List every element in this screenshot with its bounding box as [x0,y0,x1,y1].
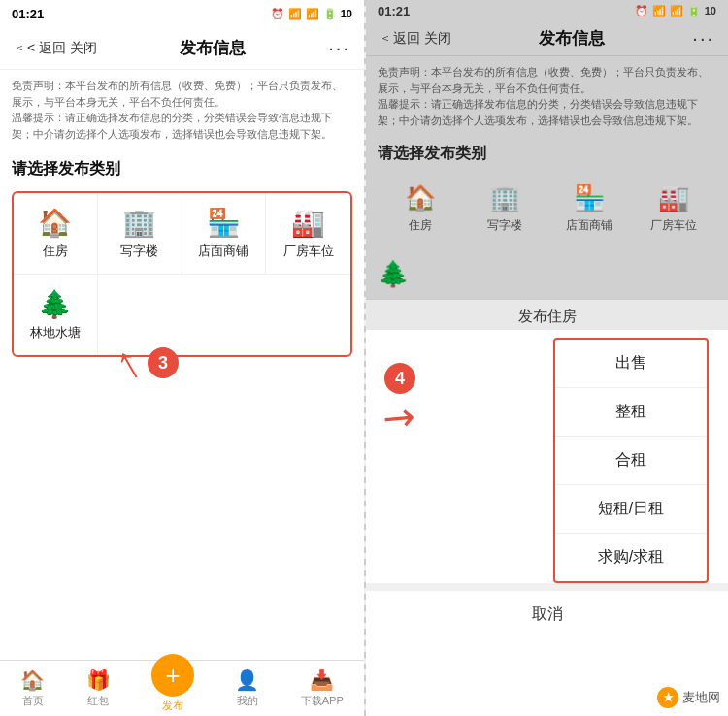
right-office-icon: 🏢 [489,183,520,213]
tab-redpacket[interactable]: 🎁 红包 [86,668,111,708]
shop-icon: 🏪 [207,207,241,239]
left-nav-bar: ＜ < 返回 关闭 发布信息 ··· [0,27,364,70]
signal1-icon: 📶 [288,8,302,20]
cancel-button[interactable]: 取消 [366,583,728,638]
right-factory-label: 厂房车位 [650,217,697,234]
office-icon: 🏢 [122,207,156,239]
right-signal2-icon: 📶 [670,5,683,17]
right-forest-row: 🌲 [366,249,728,299]
right-page-title: 发布信息 [539,27,605,49]
left-phone-panel: 01:21 ⏰ 📶 📶 🔋 10 ＜ < 返回 关闭 发布信息 ··· 免责声明… [0,0,364,716]
battery-level: 10 [341,8,352,19]
category-shop[interactable]: 🏪 店面商铺 [182,193,267,275]
left-status-time: 01:21 [12,7,44,21]
shop-label: 店面商铺 [198,243,248,260]
right-disclaimer: 免责声明：本平台发布的所有信息（收费、免费）；平台只负责发布、展示，与平台本身无… [366,56,728,136]
dropdown-item-sale[interactable]: 出售 [555,340,707,388]
right-annotation-4: 4 ↗ [366,334,416,437]
tab-home[interactable]: 🏠 首页 [20,668,45,708]
category-housing[interactable]: 🏠 住房 [14,193,98,275]
right-section-title: 请选择发布类别 [366,136,728,168]
tab-download[interactable]: 📥 下载APP [301,668,344,708]
housing-label: 住房 [43,243,68,260]
left-more-button[interactable]: ··· [328,37,350,59]
right-greyed-area: 01:21 ⏰ 📶 📶 🔋 10 ＜ 返回 关闭 发布信息 ··· 免责声明：本… [366,0,728,330]
office-label: 写字楼 [120,243,158,260]
back-label[interactable]: < 返回 关闭 [27,40,97,57]
watermark: ★ 麦地网 [657,687,720,708]
right-status-time: 01:21 [378,4,410,18]
forest-icon: 🌲 [38,288,72,320]
right-status-bar: 01:21 ⏰ 📶 📶 🔋 10 [366,0,728,21]
factory-label: 厂房车位 [283,243,334,260]
right-signal1-icon: 📶 [652,5,666,17]
alarm-icon: ⏰ [271,8,284,20]
left-section-title: 请选择发布类别 [0,149,364,185]
annotation-circle-3: 3 [148,347,179,378]
right-housing-icon: 🏠 [405,183,436,213]
right-status-icons: ⏰ 📶 📶 🔋 10 [635,5,716,17]
right-battery-icon: 🔋 [687,5,701,17]
tab-publish[interactable]: + 发布 [151,664,194,713]
right-category-factory: 🏭 厂房车位 [632,172,716,245]
right-forest-icon: 🌲 [378,259,409,288]
right-more-button[interactable]: ··· [692,27,714,49]
left-nav-back[interactable]: ＜ < 返回 关闭 [14,40,97,57]
signal2-icon: 📶 [306,8,319,20]
right-shop-icon: 🏪 [574,183,605,213]
mine-tab-icon: 👤 [235,668,259,692]
publish-housing-label: 发布住房 [366,299,728,330]
dropdown-item-whole-rent[interactable]: 整租 [555,388,707,437]
right-disclaimer-text: 免责声明：本平台发布的所有信息（收费、免费）；平台只负责发布、展示，与平台本身无… [378,66,709,126]
right-shop-label: 店面商铺 [566,217,612,234]
mine-tab-label: 我的 [237,694,258,708]
factory-icon: 🏭 [291,207,325,239]
right-factory-icon: 🏭 [658,183,689,213]
right-category-shop: 🏪 店面商铺 [547,172,632,245]
right-category-office: 🏢 写字楼 [462,172,546,245]
category-office[interactable]: 🏢 写字楼 [98,193,182,275]
home-tab-icon: 🏠 [20,668,45,692]
category-factory[interactable]: 🏭 厂房车位 [266,193,350,275]
dropdown-item-shared-rent[interactable]: 合租 [555,437,707,485]
right-alarm-icon: ⏰ [635,5,648,17]
right-nav-bar: ＜ 返回 关闭 发布信息 ··· [366,21,728,56]
download-tab-icon: 📥 [310,668,334,692]
left-disclaimer: 免责声明：本平台发布的所有信息（收费、免费）；平台只负责发布、展示，与平台本身无… [0,70,364,149]
download-tab-label: 下载APP [301,694,344,708]
dropdown-menu: 出售 整租 合租 短租/日租 求购/求租 [553,338,709,583]
right-back-label: 返回 关闭 [393,30,451,48]
left-tab-bar: 🏠 首页 🎁 红包 + 发布 👤 我的 📥 下载APP [0,660,364,716]
home-tab-label: 首页 [22,694,44,708]
back-arrow-icon: ＜ [14,40,25,56]
right-battery-level: 10 [705,5,716,16]
watermark-icon: ★ [657,687,678,708]
right-white-area: 4 ↗ 出售 整租 合租 短租/日租 求购/求租 取消 [366,330,728,716]
housing-icon: 🏠 [38,207,72,239]
right-phone-panel: 01:21 ⏰ 📶 📶 🔋 10 ＜ 返回 关闭 发布信息 ··· 免责声明：本… [366,0,728,716]
forest-label: 林地水塘 [30,324,81,342]
dropdown-item-seek-rent[interactable]: 求购/求租 [555,534,707,581]
tab-mine[interactable]: 👤 我的 [235,668,259,708]
right-red-arrow: ↗ [375,392,425,442]
right-category-housing: 🏠 住房 [378,172,462,245]
annotation-circle-4: 4 [384,363,415,394]
left-status-bar: 01:21 ⏰ 📶 📶 🔋 10 [0,0,364,27]
watermark-text: 麦地网 [682,689,720,706]
redpacket-tab-icon: 🎁 [86,668,111,692]
dropdown-item-short-rent[interactable]: 短租/日租 [555,485,707,534]
left-page-title: 发布信息 [180,37,246,59]
right-nav-back[interactable]: ＜ 返回 关闭 [380,30,451,48]
right-category-grid: 🏠 住房 🏢 写字楼 🏪 店面商铺 🏭 厂房车位 [378,172,716,245]
right-office-label: 写字楼 [487,217,522,234]
left-category-grid: 🏠 住房 🏢 写字楼 🏪 店面商铺 🏭 厂房车位 🌲 林地水塘 [12,191,352,357]
right-housing-label: 住房 [409,217,432,234]
right-back-arrow-icon: ＜ [380,30,391,47]
left-annotation-3: ↑ 3 [116,340,179,386]
left-status-icons: ⏰ 📶 📶 🔋 10 [271,8,352,20]
add-publish-icon[interactable]: + [151,654,194,697]
battery-icon: 🔋 [323,8,337,20]
category-forest[interactable]: 🌲 林地水塘 [14,275,98,355]
left-red-arrow: ↑ [107,337,150,389]
redpacket-tab-label: 红包 [87,694,109,708]
